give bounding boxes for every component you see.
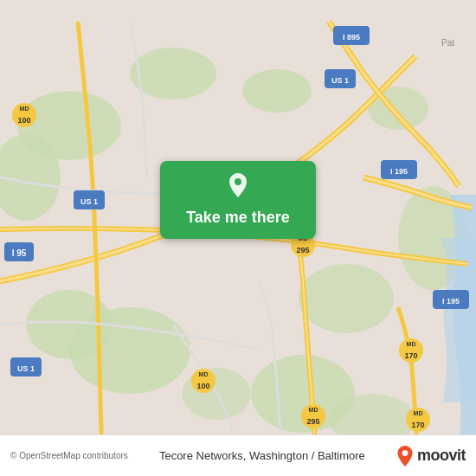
svg-point-47 [402, 450, 408, 456]
svg-text:100: 100 [17, 116, 30, 125]
svg-point-3 [130, 48, 216, 100]
svg-text:100: 100 [196, 382, 209, 390]
svg-text:US 1: US 1 [331, 76, 349, 85]
svg-text:I 195: I 195 [442, 297, 460, 306]
map-container: I 95 I 895 US 1 I 195 I 195 US 1 US 1 MD… [0, 0, 476, 476]
moovit-logo: moovit [396, 446, 466, 466]
svg-text:MD: MD [407, 341, 416, 347]
svg-text:170: 170 [411, 421, 424, 429]
location-title: Tecore Networks, Washington / Baltimore [159, 449, 365, 462]
svg-text:I 195: I 195 [390, 167, 408, 176]
svg-text:US 1: US 1 [80, 197, 98, 206]
svg-text:MD: MD [414, 410, 423, 416]
svg-text:295: 295 [296, 246, 309, 254]
svg-text:MD: MD [309, 407, 318, 413]
svg-point-46 [235, 178, 241, 185]
svg-text:MD: MD [199, 371, 209, 377]
bottom-bar: © OpenStreetMap contributors Tecore Netw… [0, 434, 476, 476]
svg-point-4 [242, 69, 312, 113]
button-label: Take me there [186, 209, 290, 227]
svg-text:US 1: US 1 [17, 364, 35, 373]
svg-text:295: 295 [306, 417, 319, 426]
moovit-pin-icon [396, 446, 414, 466]
svg-point-7 [299, 264, 394, 333]
copyright-text: © OpenStreetMap contributors [10, 451, 128, 460]
svg-text:Pat: Pat [441, 38, 454, 48]
take-me-there-button[interactable]: Take me there [160, 161, 316, 239]
svg-text:MD: MD [20, 106, 29, 112]
svg-text:I 95: I 95 [12, 248, 27, 258]
svg-text:170: 170 [404, 351, 417, 360]
location-pin-icon [226, 173, 250, 203]
svg-text:I 895: I 895 [343, 33, 360, 42]
moovit-text: moovit [417, 447, 466, 465]
